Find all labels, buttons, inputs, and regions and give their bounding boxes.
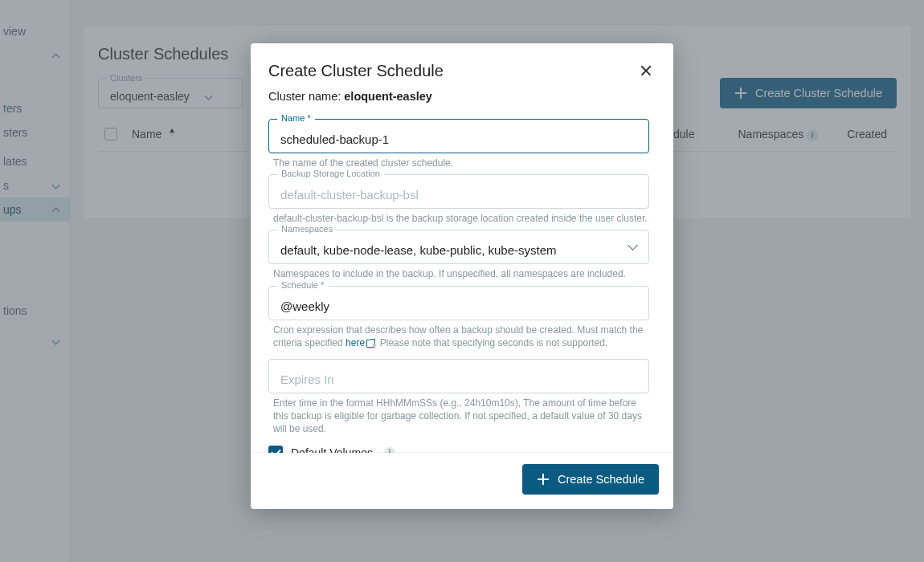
plus-icon (537, 473, 550, 486)
namespaces-label: Namespaces (277, 224, 337, 234)
create-schedule-label: Create Schedule (558, 473, 644, 486)
name-help: The name of the created cluster schedule… (273, 157, 648, 169)
cluster-name-line: Cluster name: eloquent-easley (268, 90, 649, 103)
dialog-header: Create Cluster Schedule (251, 43, 673, 88)
schedule-label: Schedule * (277, 280, 328, 290)
bsl-input (280, 188, 637, 202)
namespaces-input[interactable] (280, 243, 637, 257)
expires-input[interactable] (280, 373, 637, 386)
create-schedule-button[interactable]: Create Schedule (522, 464, 659, 495)
schedule-field[interactable]: Schedule * (268, 286, 649, 320)
create-schedule-dialog: Create Cluster Schedule Cluster name: el… (251, 43, 673, 509)
bsl-field: Backup Storage Location (268, 174, 649, 209)
dialog-footer: Create Schedule (251, 453, 673, 509)
dialog-title: Create Cluster Schedule (268, 62, 444, 80)
schedule-help: Cron expression that describes how often… (273, 324, 648, 349)
chevron-down-icon (629, 242, 637, 250)
schedule-help-link[interactable]: here (345, 337, 374, 348)
expires-field[interactable] (268, 359, 649, 393)
bsl-help: default-cluster-backup-bsl is the backup… (273, 212, 648, 225)
default-volumes-row[interactable]: Default Volumes i (268, 446, 649, 454)
bsl-label: Backup Storage Location (277, 169, 384, 178)
name-input[interactable] (280, 132, 637, 146)
close-icon[interactable] (636, 61, 656, 80)
external-link-icon (366, 340, 374, 348)
name-field[interactable]: Name * (268, 119, 649, 153)
name-label: Name * (277, 113, 315, 123)
dialog-body: Cluster name: eloquent-easley Name * The… (251, 88, 673, 453)
default-volumes-checkbox[interactable] (268, 446, 283, 454)
schedule-input[interactable] (280, 299, 637, 313)
namespaces-help: Namespaces to include in the backup. If … (273, 267, 648, 280)
default-volumes-label: Default Volumes (291, 446, 373, 454)
namespaces-field[interactable]: Namespaces (268, 230, 649, 264)
modal-overlay: Create Cluster Schedule Cluster name: el… (0, 0, 924, 562)
expires-help: Enter time in the format HHhMMmSSs (e.g.… (273, 397, 648, 436)
info-icon: i (384, 447, 395, 454)
